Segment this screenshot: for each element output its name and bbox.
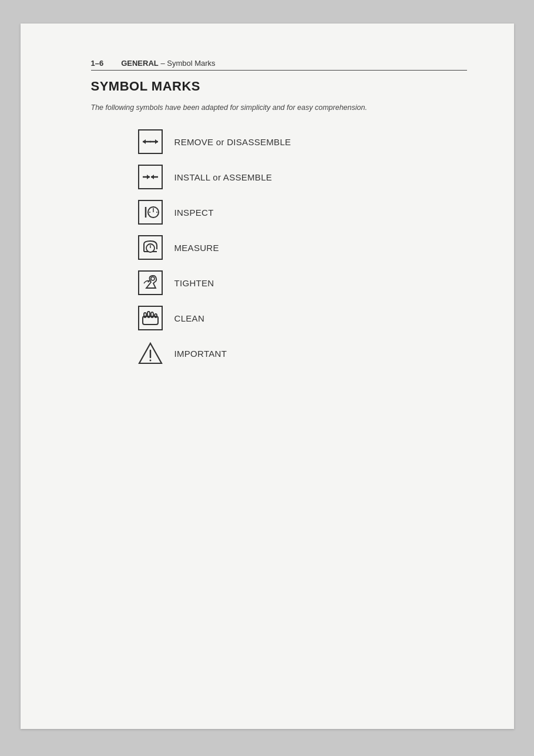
symbol-clean: CLEAN bbox=[138, 306, 467, 330]
symbol-remove: REMOVE or DISASSEMBLE bbox=[138, 129, 467, 154]
clean-icon bbox=[138, 306, 163, 330]
clean-label: CLEAN bbox=[174, 313, 205, 323]
measure-icon bbox=[138, 235, 163, 260]
svg-point-22 bbox=[151, 277, 155, 280]
header-title: GENERAL – Symbol Marks bbox=[121, 59, 215, 68]
intro-text: The following symbols have been adapted … bbox=[91, 103, 467, 112]
inspect-label: INSPECT bbox=[174, 208, 214, 218]
svg-marker-4 bbox=[155, 139, 158, 144]
document-page: 1–6 GENERAL – Symbol Marks SYMBOL MARKS … bbox=[21, 24, 514, 729]
remove-icon bbox=[138, 129, 163, 154]
remove-label: REMOVE or DISASSEMBLE bbox=[174, 137, 291, 147]
symbol-important: IMPORTANT bbox=[138, 341, 467, 366]
page-header: 1–6 GENERAL – Symbol Marks bbox=[91, 59, 467, 71]
important-label: IMPORTANT bbox=[174, 349, 227, 359]
symbols-list: REMOVE or DISASSEMBLE INSTALL or ASSEMBL… bbox=[138, 129, 467, 366]
measure-label: MEASURE bbox=[174, 243, 219, 253]
symbol-tighten: TIGHTEN bbox=[138, 270, 467, 295]
symbol-install: INSTALL or ASSEMBLE bbox=[138, 165, 467, 189]
tighten-icon bbox=[138, 270, 163, 295]
svg-point-32 bbox=[149, 360, 151, 362]
inspect-icon bbox=[138, 200, 163, 225]
tighten-label: TIGHTEN bbox=[174, 278, 214, 288]
symbol-measure: MEASURE bbox=[138, 235, 467, 260]
install-icon bbox=[138, 165, 163, 189]
important-icon bbox=[138, 341, 163, 366]
svg-marker-7 bbox=[147, 175, 150, 179]
install-label: INSTALL or ASSEMBLE bbox=[174, 172, 273, 182]
svg-rect-5 bbox=[139, 165, 162, 189]
svg-marker-2 bbox=[143, 139, 146, 144]
section-title: SYMBOL MARKS bbox=[91, 79, 467, 94]
svg-marker-9 bbox=[151, 175, 154, 179]
page-number: 1–6 bbox=[91, 59, 104, 68]
symbol-inspect: INSPECT bbox=[138, 200, 467, 225]
